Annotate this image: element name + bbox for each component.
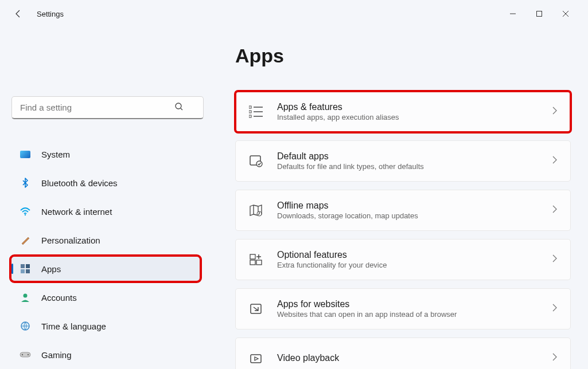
svg-rect-16	[249, 115, 251, 117]
card-title: Offline maps	[277, 201, 552, 211]
card-apps-websites[interactable]: Apps for websites Websites that can open…	[235, 288, 571, 329]
add-feature-icon	[248, 252, 263, 267]
nav-list: System Bluetooth & devices Network & int…	[11, 142, 200, 367]
brush-icon	[20, 234, 31, 246]
svg-rect-27	[251, 355, 261, 363]
card-title: Default apps	[277, 151, 552, 162]
chevron-right-icon	[552, 353, 558, 363]
sidebar-item-label: Bluetooth & devices	[41, 178, 118, 188]
globe-clock-icon	[20, 320, 31, 332]
svg-rect-6	[26, 264, 30, 268]
svg-point-21	[256, 161, 262, 167]
svg-rect-5	[21, 264, 25, 268]
chevron-right-icon	[552, 205, 558, 215]
chevron-right-icon	[552, 156, 558, 166]
gamepad-icon	[20, 349, 31, 360]
sidebar-item-label: Network & internet	[41, 207, 112, 217]
chevron-right-icon	[552, 107, 558, 117]
card-subtitle: Downloads, storage location, map updates	[277, 211, 552, 220]
sidebar-item-system[interactable]: System	[11, 142, 200, 166]
svg-rect-15	[249, 111, 251, 113]
svg-rect-8	[26, 269, 30, 273]
default-app-icon	[248, 154, 263, 168]
svg-point-12	[22, 354, 23, 355]
sidebar-item-apps[interactable]: Apps	[11, 257, 200, 281]
card-title: Optional features	[277, 250, 552, 260]
titlebar: Settings	[0, 0, 588, 28]
svg-point-9	[24, 294, 28, 298]
svg-rect-14	[249, 106, 251, 108]
card-title: Apps for websites	[277, 299, 552, 309]
wifi-icon	[20, 206, 31, 217]
maximize-button[interactable]	[526, 5, 552, 23]
card-title: Video playback	[277, 353, 552, 363]
sidebar-item-bluetooth[interactable]: Bluetooth & devices	[11, 171, 200, 195]
close-button[interactable]	[552, 5, 579, 23]
sidebar-item-time-language[interactable]: Time & language	[11, 314, 200, 338]
chevron-right-icon	[552, 254, 558, 265]
svg-point-13	[28, 354, 29, 355]
sidebar-item-label: Accounts	[41, 293, 77, 303]
sidebar: System Bluetooth & devices Network & int…	[0, 28, 207, 369]
svg-line-3	[181, 108, 182, 110]
chevron-right-icon	[552, 304, 558, 314]
svg-rect-7	[21, 269, 25, 273]
sidebar-item-label: Apps	[41, 264, 61, 274]
sidebar-item-network[interactable]: Network & internet	[11, 199, 200, 223]
list-icon	[248, 104, 263, 119]
card-subtitle: Extra functionality for your device	[277, 261, 552, 269]
card-optional-features[interactable]: Optional features Extra functionality fo…	[235, 239, 571, 280]
main-panel: Apps Apps & features Installed apps, app…	[207, 28, 588, 369]
sidebar-item-accounts[interactable]: Accounts	[11, 285, 200, 309]
svg-rect-1	[537, 11, 542, 17]
map-icon	[248, 203, 263, 218]
person-icon	[20, 292, 31, 303]
card-title: Apps & features	[277, 102, 552, 112]
back-button[interactable]	[9, 5, 28, 23]
card-default-apps[interactable]: Default apps Defaults for file and link …	[235, 140, 571, 182]
card-offline-maps[interactable]: Offline maps Downloads, storage location…	[235, 190, 571, 231]
search-container	[11, 96, 200, 119]
sidebar-item-personalization[interactable]: Personalization	[11, 228, 200, 252]
card-subtitle: Defaults for file and link types, other …	[277, 162, 552, 171]
bluetooth-icon	[20, 177, 31, 189]
sidebar-item-label: Gaming	[41, 350, 72, 360]
video-icon	[248, 351, 263, 366]
apps-icon	[20, 263, 31, 274]
svg-rect-11	[20, 352, 30, 357]
sidebar-item-label: System	[41, 150, 70, 159]
minimize-button[interactable]	[500, 5, 526, 23]
display-icon	[20, 148, 31, 160]
website-app-icon	[248, 301, 263, 316]
sidebar-item-label: Personalization	[41, 235, 100, 245]
svg-point-2	[176, 103, 181, 109]
window-title: Settings	[37, 10, 64, 18]
page-title: Apps	[235, 45, 571, 67]
card-video-playback[interactable]: Video playback	[235, 337, 571, 369]
card-subtitle: Installed apps, app execution aliases	[277, 113, 552, 121]
svg-rect-25	[250, 260, 255, 265]
svg-rect-23	[250, 254, 255, 259]
svg-point-4	[25, 214, 26, 215]
search-icon	[174, 102, 184, 113]
card-subtitle: Websites that can open in an app instead…	[277, 310, 552, 319]
card-apps-features[interactable]: Apps & features Installed apps, app exec…	[235, 91, 571, 132]
sidebar-item-label: Time & language	[41, 321, 106, 331]
svg-rect-24	[256, 260, 262, 265]
sidebar-item-gaming[interactable]: Gaming	[11, 343, 200, 367]
